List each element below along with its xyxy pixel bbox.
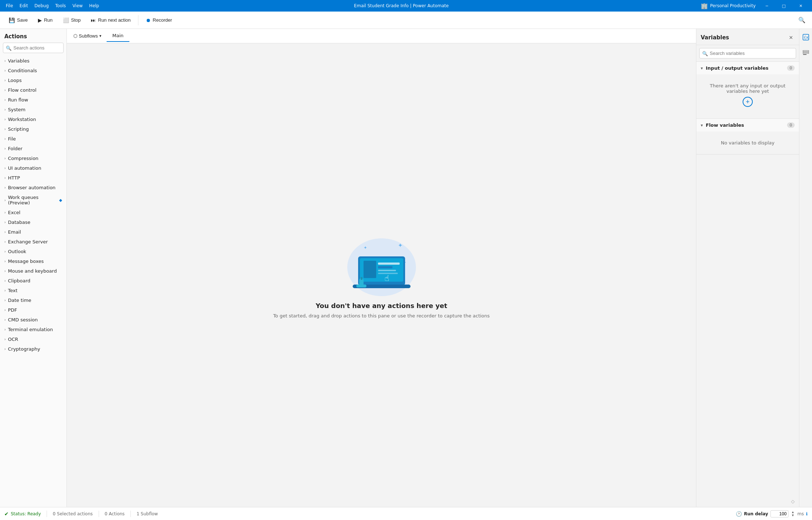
menu-file[interactable]: File — [3, 3, 16, 9]
category-conditionals[interactable]: › Conditionals — [0, 66, 66, 75]
stop-button[interactable]: ⬜ Stop — [59, 15, 85, 25]
chevron-icon: › — [4, 289, 6, 292]
run-delay-section: 🕐 Run delay ▲ ▼ ms ℹ — [736, 510, 808, 517]
stop-icon: ⬜ — [63, 17, 69, 23]
input-output-section: ▾ Input / output variables 0 There aren'… — [696, 62, 799, 119]
main-layout: Actions 🔍 › Variables › Conditionals › L… — [0, 29, 812, 507]
chevron-icon: › — [4, 211, 6, 214]
input-output-section-header[interactable]: ▾ Input / output variables 0 — [696, 62, 799, 74]
diamond-icon: ◇ — [791, 499, 795, 504]
category-message-boxes[interactable]: › Message boxes — [0, 256, 66, 266]
variables-close-button[interactable]: ✕ — [787, 33, 795, 42]
search-actions-input[interactable] — [3, 43, 64, 53]
search-variables-input[interactable] — [699, 48, 796, 58]
menu-edit[interactable]: Edit — [17, 3, 31, 9]
chevron-icon: › — [4, 328, 6, 332]
run-button[interactable]: ▶ Run — [34, 15, 57, 25]
category-system[interactable]: › System — [0, 105, 66, 114]
input-output-section-title: Input / output variables — [706, 65, 784, 71]
category-cryptography[interactable]: › Cryptography — [0, 344, 66, 354]
info-icon[interactable]: ℹ — [806, 511, 808, 516]
category-flow-control[interactable]: › Flow control — [0, 85, 66, 95]
run-delay-input[interactable] — [770, 510, 789, 517]
search-button[interactable]: 🔍 — [796, 14, 808, 26]
chevron-icon: › — [4, 137, 6, 141]
category-compression[interactable]: › Compression — [0, 153, 66, 163]
run-delay-down-button[interactable]: ▼ — [791, 514, 795, 517]
category-date-time[interactable]: › Date time — [0, 295, 66, 305]
category-browser-automation[interactable]: › Browser automation — [0, 183, 66, 192]
section-collapse-icon: ▾ — [701, 66, 703, 71]
category-clipboard[interactable]: › Clipboard — [0, 276, 66, 286]
chevron-icon: › — [4, 117, 6, 121]
svg-rect-20 — [803, 52, 809, 53]
category-excel[interactable]: › Excel — [0, 208, 66, 217]
add-variable-button[interactable]: + — [743, 97, 753, 107]
recorder-icon: ⏺ — [146, 17, 151, 23]
account-name: 🏢 Personal Productivity — [701, 3, 756, 9]
category-mouse-keyboard[interactable]: › Mouse and keyboard — [0, 266, 66, 276]
category-ui-automation[interactable]: › UI automation — [0, 163, 66, 173]
category-exchange-server[interactable]: › Exchange Server — [0, 237, 66, 247]
recorder-button[interactable]: ⏺ Recorder — [141, 15, 176, 25]
category-email[interactable]: › Email — [0, 227, 66, 237]
flow-variables-section-header[interactable]: ▾ Flow variables 0 — [696, 119, 799, 131]
chevron-icon: › — [4, 298, 6, 302]
status-bar: ✔ Status: Ready 0 Selected actions 0 Act… — [0, 507, 812, 520]
actions-panel: Actions 🔍 › Variables › Conditionals › L… — [0, 29, 67, 507]
svg-rect-16 — [356, 285, 366, 287]
category-loops[interactable]: › Loops — [0, 75, 66, 85]
category-database[interactable]: › Database — [0, 217, 66, 227]
status-check-icon: ✔ — [4, 511, 9, 517]
save-button[interactable]: 💾 Save — [4, 15, 32, 25]
section-collapse-icon: ▾ — [701, 123, 703, 128]
data-icon[interactable] — [800, 47, 811, 59]
chevron-icon: › — [4, 88, 6, 92]
category-ocr[interactable]: › OCR — [0, 334, 66, 344]
subflows-button[interactable]: ⬡ Subflows ▾ — [70, 31, 105, 41]
category-outlook[interactable]: › Outlook — [0, 247, 66, 256]
category-terminal-emulation[interactable]: › Terminal emulation — [0, 325, 66, 334]
chevron-icon: › — [4, 269, 6, 273]
actions-list: › Variables › Conditionals › Loops › Flo… — [0, 56, 66, 507]
menu-bar[interactable]: File Edit Debug Tools View Help — [3, 3, 102, 9]
run-next-action-button[interactable]: ⏭ Run next action — [86, 15, 135, 25]
variables-panel: Variables ✕ 🔍 ▾ Input / output variables… — [696, 29, 799, 507]
category-folder[interactable]: › Folder — [0, 144, 66, 153]
canvas-area: ⬡ Subflows ▾ Main ✦ ✦ ✦ ✦ — [67, 29, 696, 507]
chevron-icon: › — [4, 230, 6, 234]
menu-view[interactable]: View — [69, 3, 85, 9]
close-button[interactable]: ✕ — [792, 0, 809, 12]
category-scripting[interactable]: › Scripting — [0, 124, 66, 134]
actions-count-status: 0 Actions — [105, 511, 125, 516]
premium-icon: ◆ — [59, 198, 62, 203]
category-file[interactable]: › File — [0, 134, 66, 144]
menu-debug[interactable]: Debug — [31, 3, 51, 9]
svg-text:✦: ✦ — [398, 242, 403, 249]
maximize-button[interactable]: □ — [776, 0, 792, 12]
category-cmd-session[interactable]: › CMD session — [0, 315, 66, 325]
category-run-flow[interactable]: › Run flow — [0, 95, 66, 105]
menu-help[interactable]: Help — [86, 3, 102, 9]
chevron-icon: › — [4, 337, 6, 341]
variables-panel-icon[interactable]: {x} — [800, 32, 811, 44]
actions-header: Actions — [0, 29, 66, 43]
tab-main[interactable]: Main — [107, 30, 129, 42]
category-pdf[interactable]: › PDF — [0, 305, 66, 315]
run-delay-unit: ms — [797, 511, 804, 516]
window-title: Email Student Grade Info | Power Automat… — [102, 3, 701, 8]
run-delay-spinner[interactable]: ▲ ▼ — [791, 511, 795, 517]
window-controls[interactable]: − □ ✕ — [759, 0, 809, 12]
minimize-button[interactable]: − — [759, 0, 775, 12]
category-http[interactable]: › HTTP — [0, 173, 66, 183]
category-text[interactable]: › Text — [0, 286, 66, 295]
category-variables[interactable]: › Variables — [0, 56, 66, 66]
category-workstation[interactable]: › Workstation — [0, 114, 66, 124]
run-delay-label: Run delay — [744, 511, 768, 516]
status-divider — [47, 511, 47, 517]
toolbar-separator — [138, 15, 138, 25]
menu-tools[interactable]: Tools — [52, 3, 69, 9]
category-work-queues[interactable]: › Work queues (Preview) ◆ — [0, 192, 66, 208]
subflows-icon: ⬡ — [73, 33, 77, 39]
flow-variables-count: 0 — [787, 122, 795, 128]
